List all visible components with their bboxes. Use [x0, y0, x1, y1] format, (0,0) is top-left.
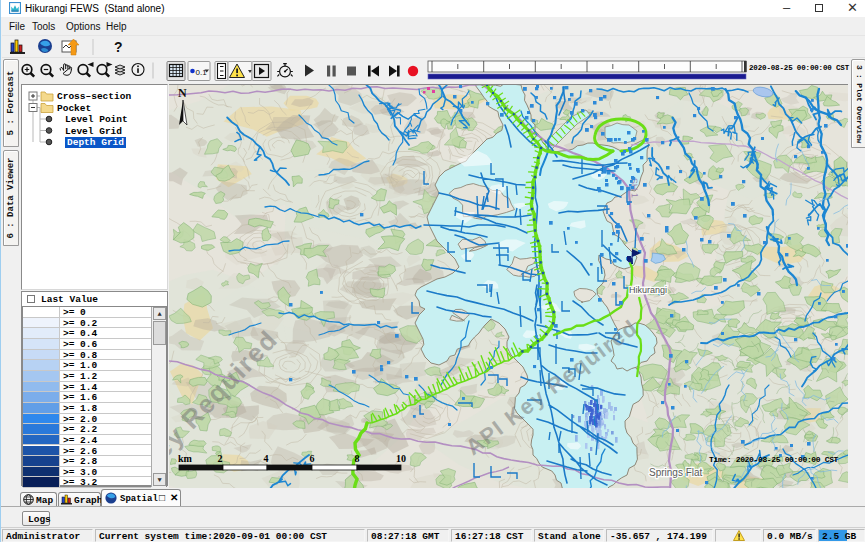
svg-text:4: 4: [264, 453, 269, 464]
svg-text:Hikurangi: Hikurangi: [629, 285, 667, 295]
svg-text:?: ?: [114, 39, 123, 55]
svg-text:Springs Flat: Springs Flat: [649, 467, 703, 478]
svg-text:6: 6: [310, 453, 315, 464]
svg-text:Time: 2020-08-25 00:00:00 CST: Time: 2020-08-25 00:00:00 CST: [709, 455, 839, 464]
svg-text:0.1: 0.1: [196, 68, 208, 77]
svg-text:8: 8: [355, 453, 360, 464]
svg-text:10: 10: [396, 453, 406, 464]
svg-text:N: N: [178, 86, 187, 100]
svg-text:2: 2: [218, 453, 223, 464]
svg-text:km: km: [178, 453, 193, 464]
svg-text:2020-08-25 00:00:00 CST: 2020-08-25 00:00:00 CST: [749, 64, 850, 72]
